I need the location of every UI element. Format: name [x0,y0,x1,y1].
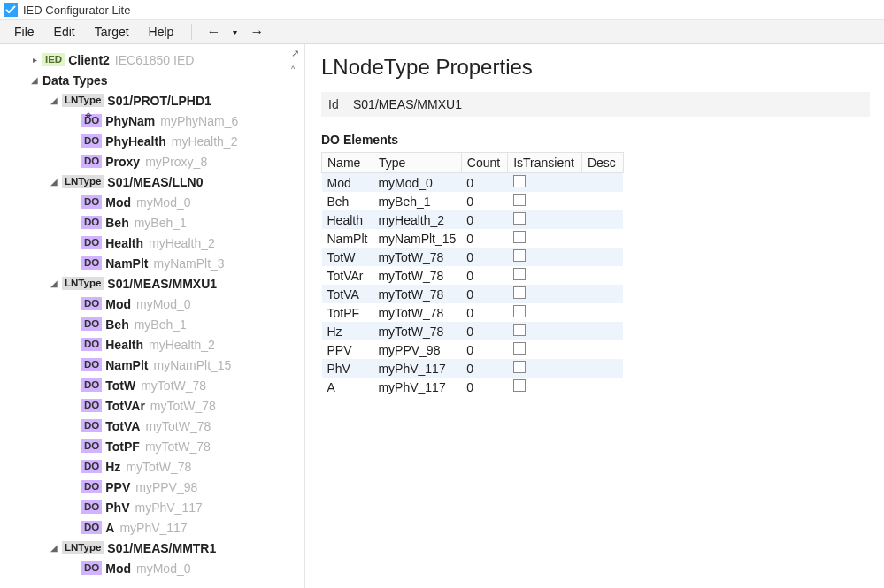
cell-istransient [508,340,582,359]
tree-item-do[interactable]: ▸DOModmyMod_0 [5,294,304,314]
tree-node-sublabel: myPhV_117 [119,521,187,535]
tree-item-do[interactable]: ▸DOHzmyTotW_78 [5,456,304,477]
table-row[interactable]: HealthmyHealth_20 [322,210,624,229]
cell-count: 0 [461,285,507,303]
col-name[interactable]: Name [322,153,373,173]
tree-item-do[interactable]: ▸DOHealthmyHealth_2 [5,233,304,253]
menu-file[interactable]: File [5,21,43,42]
tree-item-do[interactable]: ▸DOBehmyBeh_1 [5,212,304,233]
table-row[interactable]: TotVAmyTotW_780 [322,285,624,303]
cell-desc [581,266,623,285]
cell-desc [581,340,623,359]
table-row[interactable]: PPVmyPPV_980 [322,340,624,359]
table-row[interactable]: HzmyTotW_780 [322,322,624,340]
tree-item-do[interactable]: ▸DOTotWmyTotW_78 [5,375,304,395]
tree-item-lntype[interactable]: ◢LNTypeS01/MEAS/LLN0 [5,172,304,192]
tree-caret-icon[interactable]: ◢ [28,75,41,85]
tree-item-lntype[interactable]: ◢LNTypeS01/MEAS/MMTR1 [5,538,304,558]
tree-node-label: A [105,521,114,535]
nav-back-button[interactable]: ← [201,22,226,42]
tree-item-do[interactable]: ▸DOAmyPhV_117 [5,517,304,538]
table-row[interactable]: TotPFmyTotW_780 [322,303,624,322]
table-row[interactable]: BehmyBeh_10 [322,192,624,210]
col-desc[interactable]: Desc [581,153,623,173]
tree-item-do[interactable]: ▸DOTotPFmyTotW_78 [5,436,304,456]
checkbox-icon[interactable] [513,324,526,336]
tree-item-do[interactable]: ▸DOPhVmyPhV_117 [5,497,304,517]
tree-item-do[interactable]: ▸DOPPVmyPPV_98 [5,477,304,497]
checkbox-icon[interactable] [513,305,526,317]
cell-name: TotW [322,248,373,266]
badge-do: DO [81,500,102,514]
checkbox-icon[interactable] [513,268,526,280]
tree-caret-icon[interactable]: ◢ [48,95,60,105]
tree-item-do[interactable]: ▸DOTotVAmyTotW_78 [5,416,304,436]
checkbox-icon[interactable] [513,249,526,262]
tree-item-ied[interactable]: ▸IEDClient2IEC61850 IED [5,50,304,70]
table-row[interactable]: TotWmyTotW_780 [322,248,624,266]
tree-node-sublabel: myPhV_117 [135,500,202,515]
table-row[interactable]: AmyPhV_1170 [322,378,624,396]
table-row[interactable]: NamPltmyNamPlt_150 [322,229,624,248]
checkbox-icon[interactable] [513,361,526,373]
menu-edit[interactable]: Edit [45,21,84,42]
checkbox-icon[interactable] [513,342,526,355]
tree-item-do[interactable]: ▸DOModmyMod_0 [5,558,304,578]
tree-item-do[interactable]: ▸DOTotVArmyTotW_78 [5,395,304,416]
checkbox-icon[interactable] [513,231,526,243]
tree-node-label: PhV [105,500,129,515]
tree-item-do[interactable]: ▸DOProxymyProxy_8 [5,151,304,172]
table-row[interactable]: PhVmyPhV_1170 [322,359,624,378]
tree-caret-icon[interactable]: ◢ [48,543,60,553]
checkbox-icon[interactable] [513,175,526,187]
tree-item-do[interactable]: ▸DOModmyMod_0 [5,192,304,212]
checkbox-icon[interactable] [513,212,526,225]
cell-type: myTotW_78 [373,266,461,285]
table-row[interactable]: TotVArmyTotW_780 [322,266,624,285]
tree-item-do[interactable]: ▸DONamPltmyNamPlt_15 [5,355,304,375]
tree-item-lntype[interactable]: ◢LNTypeS01/MEAS/MMXU1 [5,273,304,294]
cell-type: myMod_0 [373,173,461,193]
cell-istransient [508,248,582,266]
tree-node-sublabel: myMod_0 [136,195,190,210]
tree-node-label: S01/MEAS/MMTR1 [107,541,216,555]
tree-item-do[interactable]: ▸DOPhyHealthmyHealth_2 [5,131,304,151]
checkbox-icon[interactable] [513,379,526,392]
badge-do: DO [81,460,102,473]
cell-type: myTotW_78 [373,248,461,266]
tree-caret-icon[interactable]: ◢ [48,279,60,288]
badge-do: DO [81,480,102,493]
cell-istransient [508,266,582,285]
tree-item-do[interactable]: ▸DONamPltmyNamPlt_3 [5,253,304,273]
badge-do: DO [81,561,102,575]
checkbox-icon[interactable] [513,286,526,299]
tree-item-do[interactable]: ▸DOBehmyBeh_1 [5,314,304,334]
tree-caret-icon[interactable]: ◢ [48,177,60,187]
cell-count: 0 [461,340,507,359]
tree-item-do[interactable]: ▸DOHealthmyHealth_2 [5,334,304,355]
tree-node-sublabel: myBeh_1 [135,216,187,230]
menu-target[interactable]: Target [86,21,138,42]
tree-node-label: S01/MEAS/LLN0 [107,175,203,189]
maximize-pane-icon[interactable]: ↗ [291,48,299,59]
badge-do: DO [81,338,102,351]
tree-node-sublabel: myTotW_78 [150,399,216,413]
cell-desc [581,192,623,210]
tree-caret-icon[interactable]: ▸ [28,55,41,65]
tree-node-sublabel: myTotW_78 [145,439,211,454]
collapse-pane-icon[interactable]: ^ [291,65,299,73]
tree-node-sublabel: myHealth_2 [149,236,215,250]
table-row[interactable]: ModmyMod_00 [322,173,624,193]
col-type[interactable]: Type [373,153,461,173]
menu-help[interactable]: Help [140,21,183,42]
tree-item-do[interactable]: ▸DOPhyNammyPhyNam_6 [5,111,304,131]
nav-history-dropdown[interactable]: ▾ [227,26,242,39]
tree-item-lntype[interactable]: ◢LNTypeS01/PROT/LPHD1 [5,90,304,111]
nav-forward-button[interactable]: → [244,22,269,42]
col-istransient[interactable]: IsTransient [508,153,582,173]
tree-pane[interactable]: ↗ ^ ⌖ ▸IEDClient2IEC61850 IED◢Data Types… [0,44,305,588]
tree-item-data-types[interactable]: ◢Data Types [5,70,304,90]
checkbox-icon[interactable] [513,194,526,206]
cell-name: PhV [322,359,373,378]
col-count[interactable]: Count [461,153,507,173]
